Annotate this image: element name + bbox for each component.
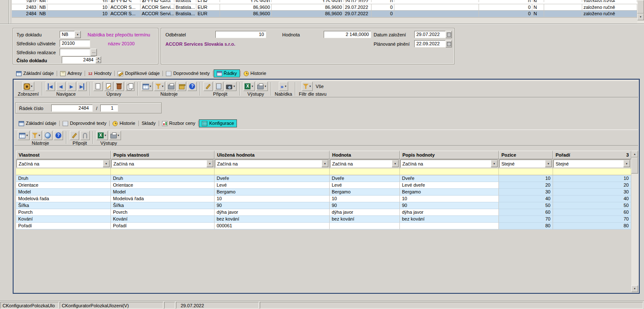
status-filter-icon-button[interactable]: ▼ — [302, 82, 313, 91]
quickfilter-input[interactable] — [400, 168, 499, 175]
table-vertical-scrollbar[interactable]: ▲ ▼ — [631, 151, 638, 292]
grid-row[interactable]: 2484NB10ACCOR S...ACCOR Servi...Bratisla… — [12, 11, 637, 17]
scrollbar-thumb[interactable] — [637, 0, 644, 14]
stredisko-realizace-field[interactable] — [60, 49, 90, 56]
tab-doplnkove-udaje[interactable]: Doplňkové údaje — [115, 69, 162, 77]
quickfilter-input[interactable] — [553, 168, 631, 175]
filter-dropdown-button[interactable]: ▼ — [491, 160, 498, 167]
column-header-hodnota[interactable]: Hodnota — [330, 151, 400, 159]
filter-dropdown-button[interactable]: ▼ — [545, 160, 552, 167]
column-header-popis-vlastnosti[interactable]: Popis vlastnosti — [111, 151, 215, 159]
archive-icon-button[interactable] — [177, 82, 186, 91]
spinner-down-icon[interactable]: ▼ — [96, 60, 101, 63]
print-output-icon-button[interactable]: ▼ — [109, 131, 121, 140]
filter-dropdown-button[interactable]: ▼ — [206, 160, 213, 167]
edit-icon-button[interactable] — [204, 82, 213, 91]
filter-icon-button[interactable]: ▼ — [154, 82, 165, 91]
column-header-vlastnost[interactable]: Vlastnost — [16, 151, 111, 159]
quickfilter-input[interactable] — [16, 168, 111, 175]
filter-dropdown-button[interactable]: ▼ — [103, 160, 110, 167]
table-row[interactable]: OrientaceOrientaceLevéLevéLevé dveře2020 — [16, 182, 631, 189]
cislo-dokladu-field[interactable]: 2484 — [62, 56, 96, 63]
subtab-rozbor-ceny[interactable]: Rozbor ceny — [160, 119, 198, 127]
filter-icon-button[interactable]: ▼ — [31, 131, 42, 140]
column-header-pozice[interactable]: Pozice — [499, 151, 553, 159]
table-row[interactable]: PořadíPořadí0000618080 — [16, 223, 631, 229]
subtab-konfigurace[interactable]: Konfigurace — [199, 119, 237, 127]
table-row[interactable]: ModelModelBergamoBergamoBergamo3030 — [16, 189, 631, 196]
filter-dropdown-button[interactable]: ▼ — [623, 160, 630, 167]
tab-doprovodne-texty[interactable]: Doprovodné texty — [163, 69, 212, 77]
tab-hodnoty[interactable]: 12Hodnoty — [85, 69, 114, 77]
scrollbar-up-button[interactable]: ▲ — [631, 151, 638, 157]
menu-icon-button[interactable]: »▼ — [279, 82, 288, 91]
tab-radky[interactable]: Řádky — [214, 69, 240, 77]
tab-adresy[interactable]: Adresy — [58, 69, 84, 77]
sort-indicator[interactable]: 3 — [626, 152, 629, 157]
filter-dropdown-ulozena-hodnota[interactable]: Začíná na▼ — [215, 160, 329, 168]
quickfilter-input[interactable] — [499, 168, 553, 175]
new-document-icon-button[interactable] — [94, 82, 103, 91]
print-output-icon-button[interactable]: ▼ — [256, 82, 268, 91]
tab-historie[interactable]: Historie — [241, 69, 269, 77]
filter-dropdown-button[interactable]: ▼ — [392, 160, 399, 167]
table-row[interactable]: KováníKováníbez kováníbez kováníbez ková… — [16, 216, 631, 223]
subtab-doprovodne-texty[interactable]: Doprovodné texty — [60, 119, 109, 127]
spinner-up-icon[interactable]: ▲ — [96, 56, 101, 60]
typ-dokladu-dropdown-button[interactable]: ▼ — [74, 31, 81, 38]
filter-dropdown-button[interactable]: ▼ — [322, 160, 328, 167]
grid-horizontal-scrollbar[interactable] — [12, 17, 637, 23]
hodnota-field[interactable]: 2 148,0000 — [324, 31, 371, 38]
nav-last-icon-button[interactable]: ▶ — [77, 82, 87, 91]
column-header-poradi[interactable]: Pořadí3 — [553, 151, 631, 159]
column-header-ulozena-hodnota[interactable]: Uložená hodnota — [215, 151, 330, 159]
odberatel-field[interactable]: 10 — [215, 31, 266, 38]
filter-dropdown-popis-vlastnosti[interactable]: Začíná na▼ — [111, 160, 214, 168]
excel-icon-button[interactable]: X▼ — [96, 131, 108, 140]
filter-dropdown-popis-hodnoty[interactable]: Začíná na▼ — [400, 160, 498, 168]
datum-zalozeni-calendar-button[interactable] — [446, 31, 452, 38]
grid-row[interactable]: 2483NB10ACCOR S...ACCOR Servi...Bratisla… — [12, 4, 637, 11]
help-icon-button[interactable]: ? — [54, 131, 63, 140]
delete-icon-button[interactable] — [115, 82, 124, 91]
scrollbar-thumb[interactable] — [631, 157, 638, 174]
edit-document-icon-button[interactable] — [104, 82, 113, 91]
stredisko-uzivatele-field[interactable]: 20100 — [60, 40, 90, 47]
stredisko-realizace-lookup-button[interactable]: … — [91, 49, 97, 56]
column-header-popis-hodnoty[interactable]: Popis hodnoty — [400, 151, 499, 159]
datum-zalozeni-field[interactable]: 29.07.2022 — [414, 31, 446, 38]
planovane-plneni-field[interactable]: 22.09.2022 — [414, 40, 446, 47]
subtab-historie[interactable]: Historie — [110, 119, 138, 127]
filter-dropdown-poradi[interactable]: Stejné▼ — [553, 160, 630, 168]
filter-dropdown-pozice[interactable]: Stejné▼ — [499, 160, 552, 168]
filter-dropdown-hodnota[interactable]: Začíná na▼ — [330, 160, 399, 168]
filter-dropdown-vlastnost[interactable]: Začíná na▼ — [17, 160, 110, 168]
help-icon-button[interactable]: ? — [187, 82, 197, 91]
copy-icon-button[interactable] — [125, 82, 135, 91]
attach-icon-button[interactable] — [80, 131, 90, 140]
view-icon-button[interactable]: ▼ — [22, 82, 34, 91]
tab-zakladni-udaje[interactable]: Základní údaje — [14, 69, 56, 77]
nav-next-icon-button[interactable]: ▶ — [67, 82, 76, 91]
quickfilter-input[interactable] — [111, 168, 215, 175]
subtab-sklady[interactable]: Sklady — [139, 119, 158, 127]
nav-first-icon-button[interactable]: ◀ — [46, 82, 55, 91]
table-row[interactable]: ŠířkaŠířka9090905050 — [16, 202, 631, 209]
list-icon-button[interactable] — [214, 82, 223, 91]
scrollbar-down-button[interactable]: ▼ — [637, 14, 644, 20]
typ-dokladu-field[interactable]: NB — [60, 31, 75, 38]
grid-settings-icon-button[interactable]: ▼ — [141, 82, 153, 91]
filter-status-value[interactable]: Vše — [316, 84, 324, 89]
row-line-field[interactable]: 1 — [100, 105, 118, 112]
cislo-dokladu-spinner[interactable]: ▲ ▼ — [96, 56, 101, 63]
nav-prev-icon-button[interactable]: ◀ — [56, 82, 66, 91]
scrollbar-down-button[interactable]: ▼ — [631, 285, 638, 292]
excel-icon-button[interactable]: X▼ — [243, 82, 255, 91]
globe-icon-button[interactable] — [43, 131, 52, 140]
grid-settings-icon-button[interactable]: ▼ — [18, 131, 30, 140]
grid-vertical-scrollbar[interactable]: ▼ — [637, 0, 644, 23]
table-row[interactable]: Modelová řadaModelová řada1010104040 — [16, 196, 631, 202]
quickfilter-input[interactable] — [215, 168, 330, 175]
quickfilter-input[interactable] — [330, 168, 400, 175]
table-row[interactable]: PovrchPovrchdýha javordýha javordýha jav… — [16, 209, 631, 216]
